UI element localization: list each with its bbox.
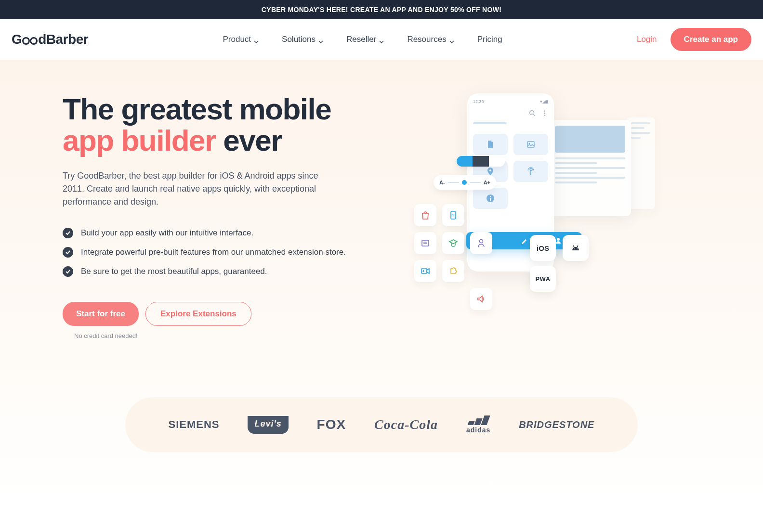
svg-point-23 xyxy=(574,248,575,249)
hero-bullets: Build your app easily with our intuitive… xyxy=(63,228,385,277)
create-app-button[interactable]: Create an app xyxy=(671,28,751,51)
check-icon xyxy=(63,247,73,258)
explore-extensions-button[interactable]: Explore Extensions xyxy=(145,302,251,326)
phone-status-bar: 12:30▾◢▮ xyxy=(473,99,548,104)
panel-preview xyxy=(549,120,631,216)
logo-o-icon xyxy=(30,37,38,45)
font-size-slider: A-A+ xyxy=(434,175,496,190)
chevron-down-icon xyxy=(318,37,323,42)
hero-section: The greatest mobile app builder ever Try… xyxy=(0,60,763,510)
svg-point-13 xyxy=(557,238,560,241)
brand-adidas: adidas xyxy=(466,415,490,434)
svg-rect-12 xyxy=(490,198,491,201)
education-icon xyxy=(442,232,464,254)
search-icon xyxy=(529,110,536,117)
svg-rect-5 xyxy=(527,142,534,147)
hero-title: The greatest mobile app builder ever xyxy=(63,93,385,156)
extension-icons: $ xyxy=(414,204,492,310)
nav-links: Product Solutions Reseller Resources Pri… xyxy=(223,35,502,44)
svg-point-24 xyxy=(577,248,578,249)
hero-illustration: 12:30▾◢▮ xyxy=(414,93,674,320)
svg-point-3 xyxy=(544,113,545,114)
pwa-badge: PWA xyxy=(530,266,556,292)
android-badge xyxy=(563,235,589,261)
speaker-icon xyxy=(470,288,492,310)
chevron-down-icon xyxy=(379,37,384,42)
svg-point-19 xyxy=(480,240,483,243)
nav-resources[interactable]: Resources xyxy=(407,35,454,44)
shopping-bag-icon xyxy=(414,204,436,226)
chevron-down-icon xyxy=(254,37,259,42)
login-link[interactable]: Login xyxy=(637,35,657,44)
news-icon xyxy=(414,232,436,254)
logo[interactable]: GdBarber xyxy=(12,32,88,47)
more-icon xyxy=(541,110,548,117)
logo-o-icon xyxy=(22,37,30,45)
podcast-icon xyxy=(513,161,548,182)
video-icon xyxy=(414,260,436,282)
svg-line-26 xyxy=(577,246,578,247)
svg-point-2 xyxy=(544,110,545,111)
main-nav: GdBarber Product Solutions Reseller Reso… xyxy=(0,19,763,60)
svg-point-4 xyxy=(544,115,545,116)
bullet-item: Integrate powerful pre-built features fr… xyxy=(63,247,385,258)
no-credit-card-text: No credit card needed! xyxy=(74,332,385,339)
puzzle-icon xyxy=(442,260,464,282)
bullet-item: Be sure to get the most beautiful apps, … xyxy=(63,266,385,277)
start-free-button[interactable]: Start for free xyxy=(63,302,139,326)
nav-product[interactable]: Product xyxy=(223,35,259,44)
brand-cocacola: Coca-Cola xyxy=(374,417,438,432)
image-placeholder-icon xyxy=(555,126,625,153)
nav-pricing[interactable]: Pricing xyxy=(477,35,502,44)
edit-icon xyxy=(521,237,527,244)
brand-siemens: SIEMENS xyxy=(168,418,219,431)
hero-description: Try GoodBarber, the best app builder for… xyxy=(63,169,332,208)
check-icon xyxy=(63,266,73,277)
svg-rect-16 xyxy=(422,240,429,246)
color-picker xyxy=(457,156,505,167)
svg-line-25 xyxy=(573,246,574,247)
brand-levis: Levi's xyxy=(248,416,288,434)
document-icon xyxy=(473,134,508,155)
brand-bridgestone: BRIDGESTONE xyxy=(519,419,594,430)
promo-banner[interactable]: CYBER MONDAY'S HERE! CREATE AN APP AND E… xyxy=(0,0,763,19)
chevron-down-icon xyxy=(449,37,454,42)
nav-solutions[interactable]: Solutions xyxy=(282,35,323,44)
brand-logos: SIEMENS Levi's FOX Coca-Cola adidas BRID… xyxy=(125,397,638,452)
bullet-item: Build your app easily with our intuitive… xyxy=(63,228,385,238)
svg-text:$: $ xyxy=(452,213,455,217)
hero-ctas: Start for free Explore Extensions xyxy=(63,302,385,326)
svg-point-0 xyxy=(530,111,534,115)
brand-fox: FOX xyxy=(317,417,346,432)
svg-point-7 xyxy=(489,169,491,171)
ios-badge: iOS xyxy=(530,235,556,261)
svg-point-8 xyxy=(530,169,532,171)
nav-right: Login Create an app xyxy=(637,28,751,51)
svg-line-1 xyxy=(534,115,536,117)
check-icon xyxy=(63,228,73,238)
phone-payment-icon: $ xyxy=(442,204,464,226)
image-icon xyxy=(513,134,548,155)
hero-content: The greatest mobile app builder ever Try… xyxy=(63,93,385,339)
svg-point-11 xyxy=(490,196,491,197)
nav-reseller[interactable]: Reseller xyxy=(346,35,384,44)
user-profile-icon xyxy=(470,232,492,254)
